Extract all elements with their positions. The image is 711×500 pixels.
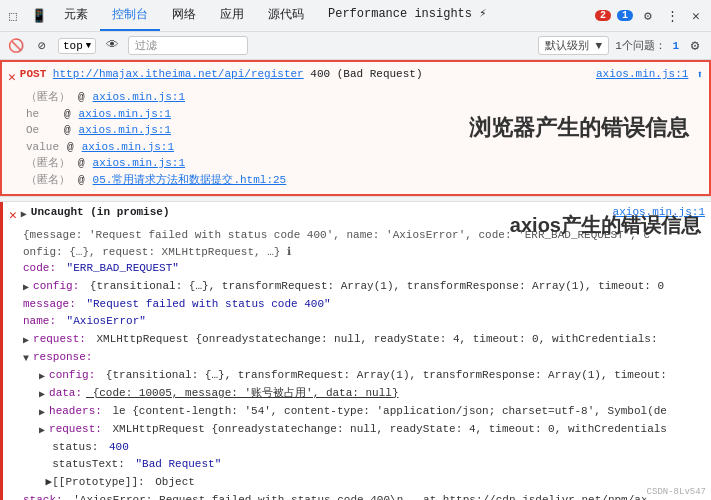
console-content: ✕ POST http://hmajax.itheima.net/api/reg…	[0, 60, 711, 500]
nav-icons: ⬚ 📱	[0, 0, 52, 31]
browser-error-section: ✕ POST http://hmajax.itheima.net/api/reg…	[0, 60, 711, 196]
tab-bar: ⬚ 📱 元素 控制台 网络 应用 源代码 Performance insight…	[0, 0, 711, 32]
error-count-badge: 2	[595, 10, 611, 21]
resp-request: ▶ request: XMLHttpRequest {onreadystatec…	[39, 421, 705, 439]
error2-header-label: Uncaught (in promise)	[31, 206, 170, 218]
resp-status: status: 400	[39, 439, 705, 457]
axios-error-section: ✕ ▶ Uncaught (in promise) axios.min.js:1…	[0, 202, 711, 500]
prop-name: name: "AxiosError"	[23, 313, 705, 331]
error1-source[interactable]: axios.min.js:1	[596, 68, 688, 80]
error2-icon: ✕	[9, 207, 17, 223]
resp-headers: ▶ headers: le {content-length: '54', con…	[39, 403, 705, 421]
filter-placeholder: 过滤	[135, 38, 157, 53]
filter-input[interactable]: 过滤	[128, 36, 248, 55]
watermark: CSDN-8Lv547	[644, 486, 709, 498]
tab-elements[interactable]: 元素	[52, 0, 100, 31]
error1-link-icon[interactable]: ⬆	[696, 68, 703, 81]
eye-icon[interactable]: 👁	[102, 36, 122, 56]
error1-icon: ✕	[8, 69, 16, 85]
console-settings-icon[interactable]: ⚙	[685, 36, 705, 56]
error1-header: ✕ POST http://hmajax.itheima.net/api/reg…	[2, 64, 709, 89]
clear-console-button[interactable]: 🚫	[6, 36, 26, 56]
message-count-badge: 1	[617, 10, 633, 21]
filter-icon[interactable]: ⊘	[32, 36, 52, 56]
prop-code: code: "ERR_BAD_REQUEST"	[23, 260, 705, 278]
error2-summary-line1: {message: 'Request failed with status co…	[23, 227, 705, 244]
error1-line: POST http://hmajax.itheima.net/api/regis…	[20, 68, 592, 80]
error2-header-text: Uncaught (in promise)	[31, 206, 609, 218]
settings-icon[interactable]: ⚙	[639, 7, 657, 25]
resp-prototype: ▶[[Prototype]]: Object	[39, 474, 705, 492]
prop-config: ▶ config: {transitional: {…}, transformR…	[23, 278, 705, 296]
top-selector-label: top	[63, 40, 83, 52]
error2-source[interactable]: axios.min.js:1	[613, 206, 705, 218]
tab-network[interactable]: 网络	[160, 0, 208, 31]
prop-stack: stack: 'AxiosError: Request failed with …	[23, 492, 705, 500]
resp-status-text: statusText: "Bad Request"	[39, 456, 705, 474]
tab-performance[interactable]: Performance insights ⚡	[316, 0, 498, 31]
error2-properties: code: "ERR_BAD_REQUEST" ▶ config: {trans…	[0, 260, 711, 500]
prop-message: message: "Request failed with status cod…	[23, 296, 705, 314]
close-icon[interactable]: ✕	[687, 7, 705, 25]
error1-status: 400 (Bad Request)	[310, 68, 422, 80]
tab-console[interactable]: 控制台	[100, 0, 160, 31]
error2-summary-line2: onfig: {…}, request: XMLHttpRequest, …} …	[23, 244, 705, 261]
tab-sources[interactable]: 源代码	[256, 0, 316, 31]
response-sub-props: ▶ config: {transitional: {…}, transformR…	[23, 367, 705, 492]
toolbar2: 🚫 ⊘ top ▼ 👁 过滤 默认级别 ▼ 1个问题： 1 ⚙	[0, 32, 711, 60]
tab-application[interactable]: 应用	[208, 0, 256, 31]
error1-method: POST	[20, 68, 46, 80]
error2-summary: {message: 'Request failed with status co…	[0, 227, 711, 260]
cursor-icon[interactable]: ⬚	[4, 7, 22, 25]
more-icon[interactable]: ⋮	[663, 7, 681, 25]
resp-data: ▶ data: {code: 10005, message: '账号被占用', …	[39, 385, 705, 403]
default-level-select[interactable]: 默认级别 ▼	[538, 36, 609, 55]
error1-url[interactable]: http://hmajax.itheima.net/api/register	[53, 68, 304, 80]
top-selector[interactable]: top ▼	[58, 38, 96, 54]
prop-response-header: ▼ response:	[23, 349, 705, 367]
error2-expand[interactable]: ▶	[21, 208, 27, 220]
error1-stack: （匿名） @ axios.min.js:1 he @ axios.min.js:…	[2, 89, 709, 192]
mobile-icon[interactable]: 📱	[30, 7, 48, 25]
issue-count: 1个问题： 1	[615, 38, 679, 53]
resp-config: ▶ config: {transitional: {…}, transformR…	[39, 367, 705, 385]
top-selector-chevron: ▼	[86, 41, 91, 51]
prop-request: ▶ request: XMLHttpRequest {onreadystatec…	[23, 331, 705, 349]
